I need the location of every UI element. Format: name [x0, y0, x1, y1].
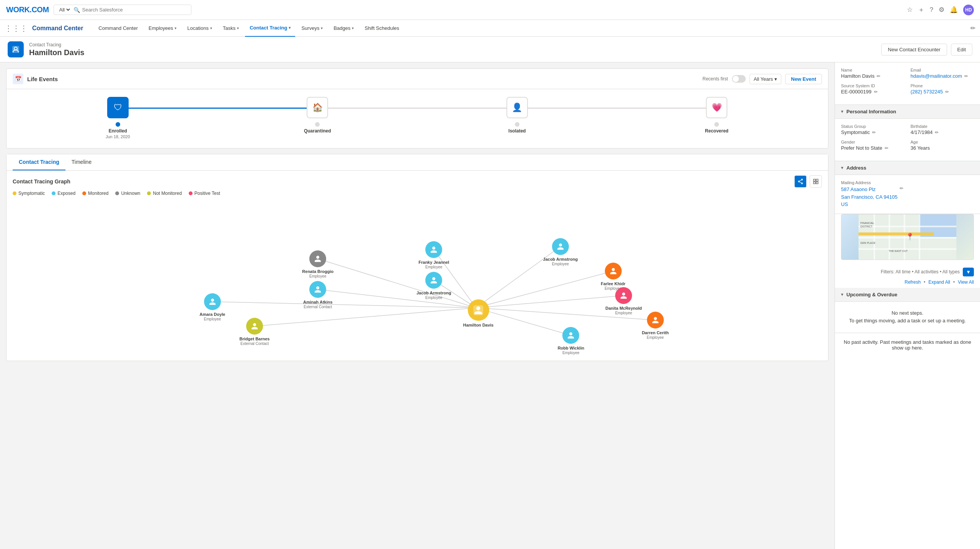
step-quarantined: 🏠 Quarantined	[218, 97, 418, 134]
nav-item-employees[interactable]: Employees ▾	[144, 20, 181, 37]
monitored-label: Monitored	[88, 191, 108, 196]
edit-name-icon[interactable]: ✏	[877, 74, 880, 79]
settings-icon[interactable]: ⚙	[939, 6, 944, 14]
no-steps-message: No next steps. To get things moving, add…	[835, 302, 980, 333]
node-jacob2[interactable]: Jacob ArmstrongEmployee	[414, 272, 454, 300]
add-icon[interactable]: ＋	[918, 5, 924, 14]
node-farlee[interactable]: Farlee KhidrEmployee	[593, 263, 633, 291]
phone-field: Phone (282) 5732245 ✏	[911, 83, 974, 95]
node-franky[interactable]: Franky JeannelEmployee	[414, 241, 454, 269]
refresh-link[interactable]: Refresh	[905, 279, 921, 285]
edit-button[interactable]: Edit	[951, 44, 972, 56]
app-launcher-icon[interactable]: ⋮⋮⋮	[5, 24, 28, 33]
phone-value[interactable]: (282) 5732245 ✏	[911, 89, 974, 95]
node-hamilton[interactable]: Hamilton Davis	[456, 299, 501, 328]
legend-unknown: Unknown	[115, 191, 140, 196]
node-amara[interactable]: Amara DoyleEmployee	[193, 293, 232, 321]
quarantined-icon: 🏠	[307, 97, 328, 118]
help-icon[interactable]: ?	[930, 6, 933, 14]
birthdate-value: 4/17/1984 ✏	[911, 129, 974, 135]
edit-nav-icon[interactable]: ✏	[970, 25, 975, 32]
email-value[interactable]: hdavis@mailinator.com ✏	[911, 73, 974, 79]
filter-icon-button[interactable]: ▼	[963, 268, 974, 276]
page-header-left: Contact Tracing Hamilton Davis	[8, 41, 84, 57]
personal-info-section-header[interactable]: ▾ Personal Information	[835, 105, 980, 119]
status-group-field: Status Group Symptomatic ✏	[841, 124, 905, 135]
edit-birthdate-icon[interactable]: ✏	[935, 130, 939, 135]
nav-item-locations[interactable]: Locations ▾	[183, 20, 217, 37]
edit-source-icon[interactable]: ✏	[874, 89, 878, 95]
node-circle-bridget	[246, 318, 263, 335]
quarantined-dot	[315, 122, 320, 127]
unknown-label: Unknown	[121, 191, 140, 196]
isolated-label: Isolated	[508, 128, 526, 134]
recents-first-toggle[interactable]	[732, 75, 746, 83]
life-events-card: 📅 Life Events Recents first All Years ▾ …	[6, 69, 828, 149]
node-renata[interactable]: Renata BroggioEmployee	[298, 250, 338, 278]
svg-point-2	[802, 179, 803, 180]
notifications-icon[interactable]: 🔔	[950, 6, 958, 14]
symptomatic-label: Symptomatic	[18, 191, 45, 196]
contact-tracing-section: Contact Tracing Timeline Contact Tracing…	[6, 154, 828, 361]
node-circle-amara	[204, 293, 221, 310]
node-bridget[interactable]: Bridget BarnesExternal Contact	[235, 318, 274, 346]
edit-email-icon[interactable]: ✏	[964, 74, 968, 79]
step-isolated: 👤 Isolated	[417, 97, 617, 134]
mailing-address-value: 587 Asaono Plz San Francisco, CA 94105 U…	[841, 186, 974, 208]
grid-view-button[interactable]	[810, 175, 822, 188]
node-darren[interactable]: Darren CerithEmployee	[635, 312, 675, 340]
share-graph-button[interactable]	[794, 175, 807, 188]
recovered-dot	[714, 122, 719, 127]
name-field: Name Hamilton Davis ✏	[841, 68, 905, 79]
new-contact-encounter-button[interactable]: New Contact Encounter	[881, 44, 947, 56]
enrolled-date: Jun 18, 2020	[106, 134, 130, 139]
search-filter-select[interactable]: All	[58, 7, 71, 13]
search-input[interactable]	[82, 7, 187, 13]
nav-item-surveys[interactable]: Surveys ▾	[297, 20, 327, 37]
tab-timeline[interactable]: Timeline	[65, 154, 98, 170]
page-title: Hamilton Davis	[29, 48, 84, 57]
node-circle-jacob1	[552, 238, 569, 255]
favorites-icon[interactable]: ☆	[907, 6, 913, 14]
legend-not-monitored: Not Monitored	[147, 191, 181, 196]
nav-item-contact-tracing[interactable]: Contact Tracing ▾	[245, 20, 295, 37]
avatar[interactable]: HD	[963, 5, 974, 15]
nav-item-tasks[interactable]: Tasks ▾	[218, 20, 243, 37]
map-area[interactable]: FINANCIAL DISTRICT GEN PLACE THE EAST CU…	[841, 214, 974, 260]
edit-status-icon[interactable]: ✏	[872, 130, 876, 135]
node-label-aminah: Aminah Atkins	[303, 299, 333, 305]
main-layout: 📅 Life Events Recents first All Years ▾ …	[0, 62, 980, 549]
svg-text:📍: 📍	[906, 232, 915, 240]
search-icon: 🔍	[74, 7, 80, 13]
year-filter-button[interactable]: All Years ▾	[750, 74, 782, 84]
node-danita[interactable]: Danita McReynoldEmployee	[604, 287, 644, 315]
tab-contact-tracing[interactable]: Contact Tracing	[13, 154, 65, 170]
address-section-header[interactable]: ▾ Address	[835, 161, 980, 175]
node-robb[interactable]: Robb WicklinEmployee	[551, 327, 591, 355]
edit-gender-icon[interactable]: ✏	[885, 145, 889, 151]
nav-item-command-center[interactable]: Command Center	[94, 20, 142, 37]
view-all-link[interactable]: View All	[958, 279, 974, 285]
node-label-jacob2: Jacob Armstrong	[416, 290, 451, 296]
source-system-value: EE-00000199 ✏	[841, 89, 905, 95]
node-label-farlee: Farlee Khidr	[601, 281, 626, 286]
new-event-button[interactable]: New Event	[785, 74, 822, 84]
node-circle-franky	[425, 241, 442, 258]
app-nav: ⋮⋮⋮ Command Center Command Center Employ…	[0, 20, 980, 37]
edit-phone-icon[interactable]: ✏	[945, 89, 949, 95]
name-email-row: Name Hamilton Davis ✏ Email hdavis@maili…	[841, 68, 974, 79]
name-label: Name	[841, 68, 905, 72]
status-birthdate-row: Status Group Symptomatic ✏ Birthdate 4/1…	[841, 124, 974, 135]
address-text[interactable]: 587 Asaono Plz San Francisco, CA 94105 U…	[841, 186, 897, 208]
nav-item-badges[interactable]: Badges ▾	[329, 20, 358, 37]
svg-text:FINANCIAL: FINANCIAL	[861, 221, 874, 224]
node-sublabel-danita: Employee	[615, 311, 632, 315]
node-aminah[interactable]: Aminah AtkinsExternal Contact	[298, 281, 338, 309]
nav-item-shift-schedules[interactable]: Shift Schedules	[360, 20, 403, 37]
expand-all-link[interactable]: Expand All	[928, 279, 950, 285]
upcoming-section-header[interactable]: ▾ Upcoming & Overdue	[835, 288, 980, 302]
step-enrolled: 🛡 Enrolled Jun 18, 2020	[18, 97, 218, 139]
node-jacob1[interactable]: Jacob ArmstrongEmployee	[541, 238, 580, 266]
recovered-icon: 💗	[706, 97, 727, 118]
edit-address-icon[interactable]: ✏	[900, 186, 903, 191]
